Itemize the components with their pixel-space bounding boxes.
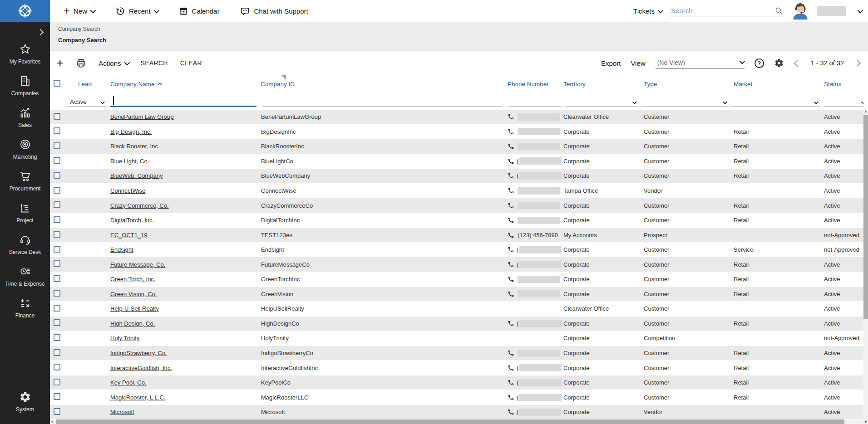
previous-page-button[interactable]: [794, 61, 801, 66]
sidebar-item-time-expense[interactable]: Time & Expense: [0, 260, 50, 292]
recent-menu[interactable]: Recent: [115, 6, 158, 16]
chat-support-button[interactable]: Chat with Support: [240, 6, 308, 16]
status-cell: Active: [822, 365, 863, 371]
row-checkbox[interactable]: [54, 305, 60, 312]
company-name-link[interactable]: Endsight: [110, 246, 133, 253]
column-header-phone[interactable]: Phone Number: [506, 81, 563, 88]
row-checkbox[interactable]: [54, 334, 60, 341]
vertical-scrollbar-thumb[interactable]: [863, 115, 868, 319]
row-checkbox[interactable]: [54, 364, 60, 370]
company-name-link[interactable]: Microsoft: [110, 409, 134, 415]
company-name-link[interactable]: BlueWeb, Company: [110, 172, 163, 179]
tickets-menu[interactable]: Tickets: [633, 7, 662, 15]
type-filter-select[interactable]: [641, 95, 729, 107]
user-avatar[interactable]: [792, 2, 809, 19]
sidebar-item-system[interactable]: System: [0, 386, 50, 418]
connectwise-logo[interactable]: [0, 0, 50, 22]
territory-filter-select[interactable]: [565, 95, 638, 107]
company-name-link[interactable]: Green Vision, Co.: [110, 291, 157, 297]
company-name-link[interactable]: Big Design, Inc.: [110, 128, 152, 135]
search-button[interactable]: SEARCH: [141, 59, 168, 67]
column-header-territory[interactable]: Territory: [563, 81, 640, 88]
vertical-scrollbar[interactable]: [863, 109, 868, 419]
select-all-checkbox[interactable]: [54, 80, 60, 87]
new-menu[interactable]: + New: [64, 6, 94, 15]
company-name-link[interactable]: High Design, Co.: [110, 320, 155, 327]
row-checkbox[interactable]: [54, 172, 60, 179]
sidebar-item-sales[interactable]: Sales: [0, 102, 50, 133]
global-search-input[interactable]: [670, 5, 784, 16]
company-name-filter-input[interactable]: [110, 95, 256, 107]
export-button[interactable]: Export: [601, 59, 621, 67]
sidebar-item-procurement[interactable]: Procurement: [0, 165, 50, 197]
company-name-link[interactable]: IndigoStrawberry, Co.: [110, 350, 167, 356]
row-checkbox[interactable]: [54, 246, 60, 253]
view-select[interactable]: (No View): [656, 58, 745, 68]
sidebar-item-finance[interactable]: Finance: [0, 292, 50, 324]
lead-filter-select[interactable]: Active: [67, 95, 106, 107]
sidebar-expand-button[interactable]: [35, 22, 50, 38]
calendar-button[interactable]: Calendar: [179, 6, 220, 16]
help-button[interactable]: ?: [755, 58, 764, 68]
column-header-type[interactable]: Type: [640, 81, 730, 88]
company-name-link[interactable]: Future Message, Co.: [110, 261, 165, 268]
next-page-button[interactable]: [854, 61, 861, 66]
sidebar-item-project[interactable]: Project: [0, 197, 50, 229]
user-menu-chevron[interactable]: [858, 7, 863, 13]
row-checkbox[interactable]: [54, 408, 60, 415]
row-checkbox[interactable]: [54, 275, 60, 282]
row-checkbox[interactable]: [54, 290, 60, 297]
sidebar-item-my-favorites[interactable]: My Favorites: [0, 38, 50, 70]
clear-button[interactable]: CLEAR: [180, 59, 202, 67]
breadcrumb[interactable]: Company Search: [58, 26, 100, 32]
row-checkbox[interactable]: [54, 201, 60, 208]
company-name-link[interactable]: DigitalTorch, Inc.: [110, 217, 154, 224]
print-icon[interactable]: [76, 58, 86, 68]
company-name-link[interactable]: Help-U-Sell Realty: [110, 305, 159, 312]
row-checkbox[interactable]: [54, 319, 60, 326]
scrollbar-corner[interactable]: [863, 419, 868, 424]
row-checkbox[interactable]: [54, 142, 60, 149]
company-id-filter-input[interactable]: [262, 95, 502, 107]
add-company-button[interactable]: +: [56, 58, 64, 68]
cart-icon: [19, 170, 31, 182]
column-header-market[interactable]: Market: [730, 81, 822, 88]
company-name-link[interactable]: InteractiveGoldfish, Inc.: [110, 365, 172, 371]
row-checkbox[interactable]: [54, 157, 60, 164]
company-name-link[interactable]: Crazy Commerce, Co.: [110, 202, 169, 209]
row-checkbox[interactable]: [54, 187, 60, 194]
status-filter-select[interactable]: [824, 95, 863, 107]
column-header-status[interactable]: Status: [822, 81, 863, 88]
sidebar-item-service-desk[interactable]: Service Desk: [0, 229, 50, 260]
row-checkbox[interactable]: [54, 127, 60, 134]
horizontal-scrollbar-thumb[interactable]: [56, 419, 844, 424]
company-name-link[interactable]: Green Torch, Inc.: [110, 276, 155, 283]
search-icon[interactable]: [774, 6, 784, 15]
company-name-link[interactable]: EC_OCT1_19: [110, 232, 148, 239]
row-checkbox[interactable]: [54, 379, 60, 385]
row-checkbox[interactable]: [54, 260, 60, 267]
row-checkbox[interactable]: [54, 349, 60, 356]
company-name-link[interactable]: Key Pool, Co.: [110, 379, 147, 386]
horizontal-scrollbar[interactable]: [50, 419, 863, 424]
column-header-company-id[interactable]: Company ID: [260, 81, 506, 88]
actions-menu[interactable]: Actions: [99, 59, 128, 67]
row-checkbox[interactable]: [54, 113, 60, 120]
sidebar-item-companies[interactable]: Companies: [0, 70, 50, 102]
company-name-link[interactable]: Blue Light, Co.: [110, 158, 149, 165]
column-header-company-name[interactable]: Company Name: [108, 81, 260, 88]
territory-cell: Corporate: [563, 335, 640, 341]
company-name-link[interactable]: Black Rooster, Inc.: [110, 143, 159, 150]
phone-filter-input[interactable]: [508, 95, 562, 107]
column-header-lead[interactable]: Lead: [64, 81, 108, 88]
market-filter-select[interactable]: [731, 95, 820, 107]
row-checkbox[interactable]: [54, 231, 60, 238]
row-checkbox[interactable]: [54, 393, 60, 400]
company-name-link[interactable]: BenePartum Law Group: [110, 113, 173, 120]
row-checkbox[interactable]: [54, 216, 60, 223]
company-name-link[interactable]: Holy Trinity: [110, 335, 139, 341]
company-name-link[interactable]: MagicRooster, L.L.C.: [110, 394, 165, 401]
settings-gear-icon[interactable]: [774, 58, 784, 68]
sidebar-item-marketing[interactable]: Marketing: [0, 133, 50, 165]
company-name-link[interactable]: ConnectWise: [110, 187, 145, 194]
